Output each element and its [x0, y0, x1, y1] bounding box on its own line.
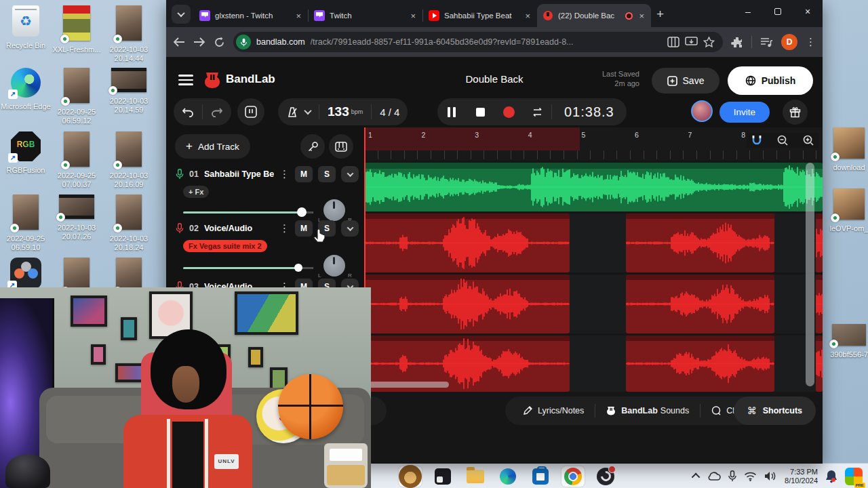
url-bar[interactable]: bandlab.com/track/7991eadd-8857-ef11-991…: [233, 32, 723, 52]
snap-magnet-icon[interactable]: [751, 134, 763, 146]
taskbar-store[interactable]: [529, 466, 552, 487]
volume-slider[interactable]: [183, 207, 313, 217]
reading-list-icon[interactable]: [667, 37, 679, 47]
loop-button[interactable]: [523, 107, 551, 117]
desktop-icon-2022-09-25-06-59-10[interactable]: 2022-09-25 06.59.10: [0, 195, 52, 252]
taskbar-edge[interactable]: [496, 466, 519, 487]
bpm-display[interactable]: 133bpm: [319, 104, 371, 119]
pause-button[interactable]: [437, 107, 466, 117]
loop-region[interactable]: [364, 127, 580, 150]
audio-clip[interactable]: [626, 336, 774, 392]
pan-knob[interactable]: [323, 199, 345, 221]
save-button[interactable]: Save: [652, 68, 719, 94]
close-tab-icon[interactable]: ×: [409, 11, 417, 21]
mute-button[interactable]: M: [295, 166, 313, 182]
track-expand-button[interactable]: [341, 166, 359, 182]
timeline-ruler[interactable]: 12345678: [364, 127, 823, 161]
vertical-scrollbar[interactable]: [806, 163, 814, 386]
audio-clip[interactable]: [364, 214, 570, 272]
bookmark-star-icon[interactable]: [703, 37, 715, 47]
horizontal-scrollbar[interactable]: [366, 382, 449, 388]
tab-bandlab-active[interactable]: (22) Double Bac ×: [537, 4, 651, 27]
undo-button[interactable]: [174, 107, 202, 117]
taskbar-chrome[interactable]: [561, 466, 585, 487]
desktop-icon-2022-10-03-20-14-59[interactable]: 2022-10-03 20.14.59: [103, 68, 155, 115]
desktop-icon-2022-10-03-20-07-26[interactable]: 2022-10-03 20.07.26: [51, 195, 102, 241]
lyrics-notes-button[interactable]: Lyrics/Notes: [512, 406, 595, 415]
onedrive-cloud-icon[interactable]: [707, 472, 721, 481]
audio-clip[interactable]: [364, 274, 570, 333]
redo-button[interactable]: [203, 107, 231, 117]
tray-expand-icon[interactable]: [692, 473, 701, 482]
audio-clip[interactable]: [816, 214, 823, 272]
desktop-icon-xxl-freshm-[interactable]: XXL-Freshm...: [51, 5, 102, 54]
time-signature[interactable]: 4 / 4: [372, 106, 408, 118]
track-row-02[interactable]: 02 Voice/Audio ⋮ M S Fx Vegas suite mix …: [166, 220, 364, 275]
audio-clip[interactable]: [816, 274, 823, 333]
site-mic-permission-icon[interactable]: [236, 35, 251, 49]
collaborator-avatar[interactable]: [691, 100, 713, 122]
back-button[interactable]: [173, 37, 185, 47]
track-menu-icon[interactable]: ⋮: [279, 168, 290, 180]
profile-avatar[interactable]: D: [781, 34, 797, 50]
invite-button[interactable]: Invite: [719, 102, 770, 123]
extensions-puzzle-icon[interactable]: [731, 36, 743, 48]
install-app-icon[interactable]: [685, 37, 698, 47]
desktop-icon-recycle-bin[interactable]: ♻Recycle Bin: [0, 5, 52, 50]
reload-button[interactable]: [214, 37, 225, 48]
pan-knob[interactable]: [323, 255, 345, 277]
desktop-icon-2022-10-03-20-16-09[interactable]: 2022-10-03 20.16.09: [103, 131, 155, 189]
audio-clip[interactable]: [816, 336, 823, 392]
track-expand-button[interactable]: [341, 220, 359, 237]
audio-clip[interactable]: [364, 163, 823, 211]
microphone-icon[interactable]: [728, 470, 736, 482]
midi-editor-button[interactable]: [329, 134, 353, 159]
desktop-icon-390bf556-7[interactable]: 390bf556-7: [823, 324, 868, 359]
taskbar-file-explorer[interactable]: [464, 466, 487, 487]
time-display[interactable]: 01:38.3: [552, 104, 627, 120]
shortcuts-button[interactable]: ⌘ Shortcuts: [734, 396, 816, 425]
tab-twitch-glxstenn[interactable]: glxstenn - Twitch ×: [194, 4, 308, 27]
zoom-in-icon[interactable]: [802, 134, 814, 146]
browser-menu-icon[interactable]: ⋮: [806, 36, 816, 48]
new-tab-button[interactable]: +: [656, 7, 664, 22]
speaker-icon[interactable]: [764, 471, 777, 481]
desktop-icon-download[interactable]: download: [823, 127, 868, 172]
slider-thumb[interactable]: [297, 207, 307, 217]
notification-bell-icon[interactable]: [825, 470, 837, 483]
maximize-button[interactable]: [763, 0, 793, 23]
preview-app-icon[interactable]: PRE: [845, 468, 863, 485]
close-window-button[interactable]: ×: [793, 0, 823, 23]
minimize-button[interactable]: –: [733, 0, 763, 23]
metronome-button[interactable]: [278, 106, 319, 118]
taskbar-lion-icon[interactable]: [399, 466, 422, 487]
desktop-icon-leovp-om-[interactable]: leOVP-om_: [823, 188, 868, 233]
volume-slider[interactable]: [183, 263, 313, 272]
zoom-out-icon[interactable]: [776, 134, 789, 146]
close-tab-icon[interactable]: ×: [637, 11, 646, 21]
desktop-icon-2022-10-03-20-18-24[interactable]: 2022-10-03 20.18.24: [103, 195, 155, 252]
desktop-icon-2022-10-03-20-14-44[interactable]: 2022-10-03 20.14.44: [103, 5, 155, 63]
audio-clip[interactable]: [626, 214, 774, 272]
slider-thumb[interactable]: [294, 264, 302, 272]
track-row-01[interactable]: 01 Sahbabii Type Bea... ⋮ M S + Fx L: [166, 165, 364, 220]
stop-button[interactable]: [466, 108, 494, 117]
bandlab-sounds-button[interactable]: BandLabSounds: [595, 406, 700, 415]
wifi-icon[interactable]: [744, 472, 757, 481]
gift-button[interactable]: [783, 100, 808, 125]
tab-youtube-beat[interactable]: Sahbabii Type Beat ×: [423, 4, 537, 27]
audio-clip[interactable]: [626, 274, 774, 333]
desktop-icon-2022-09-25-07-00-37[interactable]: 2022-09-25 07.00.37: [51, 131, 102, 189]
clock[interactable]: 7:33 PM 8/10/2024: [785, 468, 818, 485]
add-track-button[interactable]: + Add Track: [175, 134, 250, 159]
desktop-icon-2022-09-25-06-59-12[interactable]: 2022-09-25 06.59.12: [51, 68, 102, 125]
fx-chip[interactable]: + Fx: [183, 186, 209, 198]
piano-editor-button[interactable]: [237, 98, 264, 125]
forward-button[interactable]: [193, 37, 205, 47]
close-tab-icon[interactable]: ×: [524, 11, 532, 21]
close-tab-icon[interactable]: ×: [294, 11, 302, 21]
tab-twitch[interactable]: Twitch ×: [309, 4, 422, 27]
song-title[interactable]: Double Back: [166, 73, 823, 85]
taskbar-dark-app-icon[interactable]: [431, 466, 454, 487]
tuning-button[interactable]: [300, 134, 325, 159]
